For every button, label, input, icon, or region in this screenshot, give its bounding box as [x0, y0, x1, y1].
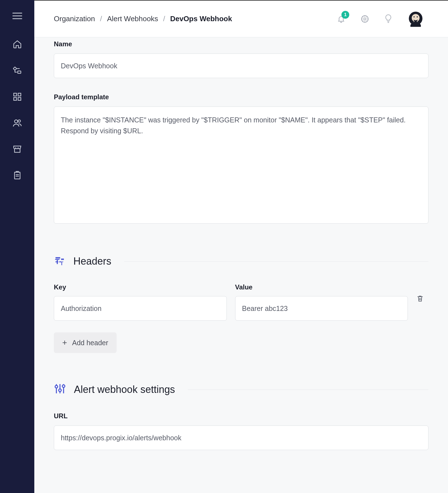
user-menu[interactable]: [407, 11, 424, 27]
lightbulb-icon: [384, 14, 392, 24]
svg-point-13: [364, 18, 366, 20]
grid-icon: [13, 92, 22, 102]
breadcrumb-separator: /: [100, 14, 102, 23]
headers-icon: T T: [54, 255, 66, 268]
plus-icon: +: [62, 339, 67, 347]
hamburger-icon: [12, 12, 22, 20]
payload-template-label: Payload template: [54, 93, 428, 101]
settings-button[interactable]: [360, 14, 369, 23]
nav-marketplace[interactable]: [13, 144, 22, 154]
svg-rect-5: [14, 93, 16, 96]
nav-components[interactable]: [13, 92, 22, 102]
avatar-icon: [407, 11, 424, 27]
svg-point-23: [59, 389, 61, 392]
url-label: URL: [54, 412, 428, 420]
name-input[interactable]: [54, 54, 428, 78]
headers-title: Headers: [73, 255, 111, 267]
payload-template-textarea[interactable]: [54, 107, 428, 224]
add-header-label: Add header: [72, 339, 108, 347]
store-icon: [13, 144, 22, 154]
settings-section: Alert webhook settings URL: [54, 383, 428, 450]
divider: [188, 390, 428, 390]
settings-icon: [54, 383, 66, 397]
breadcrumbs: Organization / Alert Webhooks / DevOps W…: [54, 14, 232, 23]
divider: [124, 261, 428, 262]
home-icon: [13, 40, 22, 49]
svg-text:T: T: [55, 257, 59, 266]
svg-point-17: [417, 16, 418, 18]
svg-rect-3: [13, 67, 16, 70]
topbar: Organization / Alert Webhooks / DevOps W…: [34, 1, 448, 37]
svg-point-16: [414, 16, 415, 18]
gear-icon: [360, 14, 369, 23]
nav-logs[interactable]: [13, 171, 22, 180]
svg-point-9: [15, 120, 18, 123]
clipboard-icon: [13, 171, 22, 180]
nav-customers[interactable]: [13, 118, 22, 128]
header-value-label: Value: [235, 283, 408, 291]
help-button[interactable]: [384, 14, 392, 24]
breadcrumb-current: DevOps Webhook: [170, 14, 232, 23]
users-icon: [13, 118, 22, 128]
headers-section: T T Headers Key Value: [54, 255, 428, 353]
svg-rect-11: [15, 172, 20, 179]
svg-point-10: [18, 120, 20, 122]
notifications-button[interactable]: 1: [337, 15, 345, 23]
nav-integrations[interactable]: [13, 66, 22, 75]
flow-icon: [13, 66, 22, 75]
svg-rect-8: [18, 98, 21, 100]
menu-toggle[interactable]: [12, 12, 22, 20]
breadcrumb-alert-webhooks[interactable]: Alert Webhooks: [107, 14, 158, 23]
header-value-input[interactable]: [235, 296, 408, 321]
name-label: Name: [54, 40, 428, 48]
svg-rect-6: [18, 93, 21, 96]
delete-header-button[interactable]: [416, 294, 424, 304]
svg-rect-4: [18, 71, 21, 73]
trash-icon: [416, 294, 424, 303]
header-key-label: Key: [54, 283, 227, 291]
svg-point-21: [55, 385, 58, 388]
svg-point-25: [62, 385, 65, 387]
nav-home[interactable]: [13, 40, 22, 49]
settings-title: Alert webhook settings: [74, 384, 175, 395]
header-row: Key Value: [54, 283, 428, 321]
header-key-input[interactable]: [54, 296, 227, 321]
svg-text:T: T: [60, 260, 63, 266]
breadcrumb-separator: /: [163, 14, 165, 23]
url-input[interactable]: [54, 426, 428, 450]
content-area: Name Payload template T T Headers: [34, 37, 448, 467]
notification-badge: 1: [341, 11, 349, 19]
sidebar: [0, 0, 34, 493]
topbar-actions: 1: [337, 11, 424, 27]
breadcrumb-organization[interactable]: Organization: [54, 14, 95, 23]
svg-rect-7: [14, 98, 16, 100]
add-header-button[interactable]: + Add header: [54, 332, 117, 353]
